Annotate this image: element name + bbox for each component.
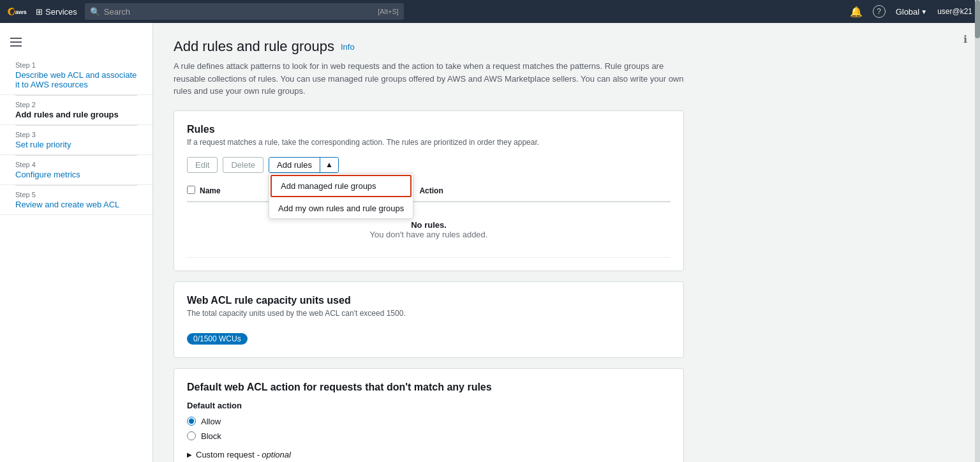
add-rules-main-button[interactable]: Add rules: [269, 158, 320, 172]
allow-label: Allow: [201, 417, 221, 426]
table-checkbox-header: [187, 181, 200, 202]
default-action-title: Default web ACL action for requests that…: [187, 382, 671, 393]
sidebar-item-step2: Step 2Add rules and rule groups: [0, 96, 152, 125]
main-content: Add rules and rule groups Info A rule de…: [153, 23, 980, 462]
select-all-checkbox[interactable]: [187, 186, 195, 194]
step-label-5: Step 5: [15, 191, 137, 198]
step-title-2: Add rules and rule groups: [15, 110, 137, 119]
rules-toolbar: Edit Delete Add rules ▲ Add managed rule…: [187, 157, 671, 173]
page-description: A rule defines attack patterns to look f…: [174, 60, 684, 98]
expand-arrow-icon: ▶: [187, 451, 192, 458]
block-label: Block: [201, 431, 221, 441]
chevron-down-icon: ▼: [921, 8, 927, 15]
scrollbar[interactable]: [975, 23, 980, 462]
sidebar-item-step1[interactable]: Step 1Describe web ACL and associate it …: [0, 56, 152, 95]
dropdown-item-managed[interactable]: Add managed rule groups: [271, 175, 412, 197]
wcu-card: Web ACL rule capacity units used The tot…: [174, 281, 684, 358]
allow-radio[interactable]: [187, 417, 196, 426]
rules-table: Name Action No rules. You don't have any…: [187, 181, 671, 258]
add-rules-arrow-button[interactable]: ▲: [320, 158, 338, 172]
wcu-badge: 0/1500 WCUs: [187, 333, 248, 345]
custom-request-expand[interactable]: ▶ Custom request - optional: [187, 450, 671, 459]
search-input[interactable]: [104, 7, 374, 17]
step-title-1[interactable]: Describe web ACL and associate it to AWS…: [15, 70, 137, 89]
rules-card: Rules If a request matches a rule, take …: [174, 110, 684, 271]
default-action-card: Default web ACL action for requests that…: [174, 368, 684, 463]
action-column-header: Action: [419, 181, 671, 202]
grid-icon: ⊞: [36, 7, 43, 17]
sidebar-toggle[interactable]: [8, 33, 26, 51]
step-label-1: Step 1: [15, 61, 137, 69]
wcu-card-desc: The total capacity units used by the web…: [187, 309, 671, 318]
add-rules-dropdown-menu: Add managed rule groups Add my own rules…: [269, 173, 413, 219]
svg-text:aws: aws: [15, 8, 27, 15]
delete-button[interactable]: Delete: [223, 157, 264, 173]
sidebar-item-step3: Step 3Set rule priority: [0, 126, 152, 155]
region-selector[interactable]: Global ▼: [896, 7, 927, 17]
add-rules-split-button: Add rules ▲: [269, 157, 339, 173]
no-rules-text: You don't have any rules added.: [200, 230, 658, 239]
block-radio[interactable]: [187, 431, 196, 440]
step-title-4: Configure metrics: [15, 170, 137, 179]
wcu-card-title: Web ACL rule capacity units used: [187, 295, 671, 306]
table-row: No rules. You don't have any rules added…: [187, 202, 671, 258]
default-action-radio-group: Allow Block: [187, 417, 671, 441]
services-menu[interactable]: ⊞ Services: [36, 7, 77, 17]
help-icon[interactable]: ?: [873, 5, 886, 18]
search-shortcut: [Alt+S]: [378, 8, 399, 15]
scroll-thumb[interactable]: [975, 23, 980, 38]
user-menu[interactable]: user@k21: [937, 7, 972, 16]
search-bar[interactable]: 🔍 [Alt+S]: [85, 3, 404, 20]
search-icon: 🔍: [90, 7, 100, 17]
no-rules-section: No rules. You don't have any rules added…: [187, 207, 671, 252]
info-link[interactable]: Info: [341, 42, 355, 52]
step-label-3: Step 3: [15, 131, 137, 138]
main-layout: Step 1Describe web ACL and associate it …: [0, 23, 980, 462]
step-title-3: Set rule priority: [15, 140, 137, 149]
step-label-4: Step 4: [15, 161, 137, 168]
dropdown-item-own[interactable]: Add my own rules and rule groups: [269, 198, 413, 218]
corner-info-icon[interactable]: ℹ: [963, 33, 967, 45]
top-navigation: aws ⊞ Services 🔍 [Alt+S] 🔔 ? Global ▼ us…: [0, 0, 980, 23]
no-rules-title: No rules.: [200, 220, 658, 230]
custom-request-label: Custom request - optional: [196, 450, 291, 459]
rules-card-subtitle: If a request matches a rule, take the co…: [187, 138, 671, 147]
rules-card-title: Rules: [187, 124, 671, 135]
sidebar-item-step5: Step 5Review and create web ACL: [0, 186, 152, 215]
step-title-5: Review and create web ACL: [15, 200, 137, 209]
sidebar-item-step4: Step 4Configure metrics: [0, 156, 152, 185]
page-header: Add rules and rule groups Info: [174, 38, 960, 55]
edit-button[interactable]: Edit: [187, 157, 218, 173]
add-rules-dropdown-container: Add rules ▲ Add managed rule groups Add …: [269, 157, 339, 173]
notification-icon[interactable]: 🔔: [850, 6, 863, 18]
default-action-label: Default action: [187, 401, 671, 410]
block-option[interactable]: Block: [187, 431, 671, 441]
allow-option[interactable]: Allow: [187, 417, 671, 426]
nav-right: 🔔 ? Global ▼ user@k21: [850, 5, 972, 18]
sidebar: Step 1Describe web ACL and associate it …: [0, 23, 153, 462]
step-label-2: Step 2: [15, 101, 137, 108]
aws-logo[interactable]: aws: [8, 4, 28, 19]
page-title: Add rules and rule groups: [174, 38, 334, 55]
